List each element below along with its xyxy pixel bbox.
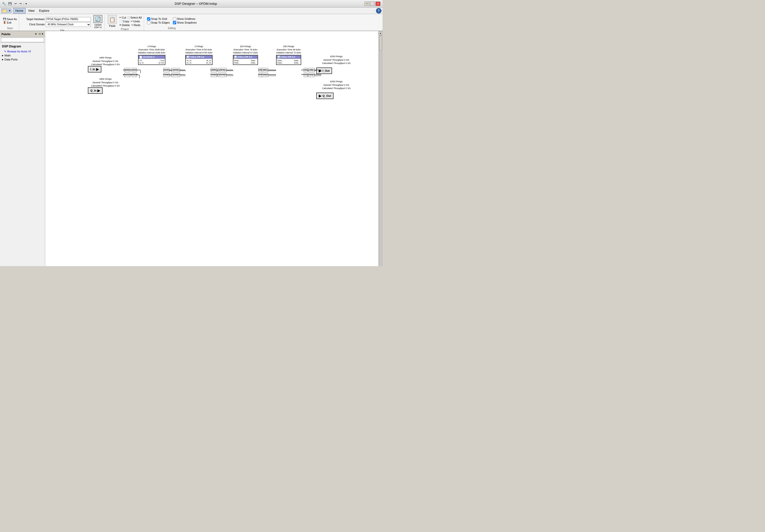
i-out-block[interactable]: ▶ I_Out (316, 68, 332, 74)
xilinx-fir3-ports-out: Data... Data... (284, 60, 300, 64)
menu-tab-explore[interactable]: Explore (37, 8, 51, 14)
wire-label-2576-1: -[2576]- (218, 68, 226, 72)
xilinx-fir2-block[interactable]: 📊 Xilinx FIR 5.0 Data... Data... Data...… (233, 55, 258, 65)
xilinx-fir3-block[interactable]: 📊 Xilinx FIR 5.0 Data... Data... Data...… (276, 55, 301, 65)
palette-browse-actor-vi[interactable]: ↳ Browse for Actor VI (0, 49, 45, 53)
zeropad-info: 3 Firings Execution Time 2048 ticks Init… (138, 45, 165, 54)
xilinx-fir3-container: 250 Firings Execution Time 96 ticks Init… (276, 45, 301, 65)
xilinx-fir1-title: 📊 Xilinx FIR 5.0 (186, 56, 212, 59)
ribbon-section-project: Target Hardware Clock Domain 40 MHz Onbo… (20, 15, 105, 31)
snap-to-edges-checkbox[interactable] (147, 21, 150, 24)
editing-section-content: 📋 Paste ✂ Cut ⬚ Select All 📄 (108, 15, 142, 27)
redo-button[interactable]: ↪ Redo (131, 24, 140, 27)
canvas[interactable]: 1800 Firings Desired Throughput 0 S/s Ca… (45, 31, 379, 266)
clock-domain-label: Clock Domain (22, 23, 45, 26)
q-out-label: Q_Out (323, 94, 331, 97)
copy-button[interactable]: 📄 Copy (119, 20, 129, 23)
menu-bar: 📁 ▼ Home View Explore ? (0, 8, 382, 14)
quick-access-arrow[interactable]: ▼ (25, 3, 27, 5)
i-in-block[interactable]: I_In ▶ (88, 66, 101, 73)
math-expand-icon: ▶ (2, 54, 4, 57)
exit-button[interactable]: Exit (7, 21, 11, 24)
palette-x-button[interactable]: ✕ (41, 33, 43, 35)
palette-content: DSP Diagram ↳ Browse for Actor VI ▶ Math… (0, 43, 45, 266)
select-all-button[interactable]: ⬚ Select All (128, 16, 142, 19)
wire-label-2560-2: 2560 (211, 73, 217, 77)
palette-search (0, 37, 45, 43)
palette: Palette ▼ ⊣ ✕ DSP Diagram ↳ Browse for A… (0, 31, 45, 266)
menu-dropdown-arrow[interactable]: ▼ (8, 9, 12, 13)
v-scroll-thumb[interactable] (379, 36, 382, 51)
quick-access-separator: | (23, 2, 24, 5)
i-out-calculated: Calculated Throughput 0 S/s (316, 62, 357, 65)
menu-tab-home[interactable]: Home (13, 8, 26, 14)
wire-label-2560-1: 2560 (211, 68, 217, 72)
ribbon-section-save: 💾 Save As 🚪 Exit Save (1, 15, 19, 31)
delete-label: Delete (122, 24, 130, 27)
minimize-button[interactable]: ─ (365, 2, 370, 6)
alignment-section-label: Editing (168, 27, 176, 30)
q-out-desired: Desired Throughput 0 S/s (316, 84, 357, 87)
v-scroll-up[interactable]: ▲ (379, 31, 382, 35)
undo-button[interactable]: ↩ Undo (131, 20, 140, 23)
wire-label-25-4: 25 (304, 73, 308, 77)
main-area: Palette ▼ ⊣ ✕ DSP Diagram ↳ Browse for A… (0, 31, 382, 266)
xilinx-fir1-container: 3 Firings Execution Time 6793 ticks Init… (185, 45, 213, 65)
palette-pin-button[interactable]: ▼ (35, 33, 37, 35)
q-in-arrow: ▶ (97, 89, 100, 93)
undo-label: Undo (133, 20, 140, 23)
alignment-checkboxes: Snap To Grid Show Gridlines Snap To Edge… (147, 17, 197, 24)
wire-label-56-1: -[56]- (262, 68, 268, 72)
xilinx-fir3-title: 📊 Xilinx FIR 5.0 (277, 56, 301, 59)
close-button[interactable]: ✕ (376, 2, 381, 6)
q-out-firings: 6250 Firings (316, 80, 357, 84)
q-out-arrow: ▶ (319, 94, 322, 98)
q-in-block[interactable]: Q_In ▶ (88, 87, 103, 94)
file-icon: 📁 (1, 8, 7, 13)
palette-search-input[interactable] (1, 38, 44, 42)
v-scrollbar[interactable]: ▲ ▼ (379, 31, 382, 266)
q-out-block[interactable]: ▶ Q_Out (316, 93, 334, 99)
q-in-desired: Desired Throughput 0 S/s (88, 81, 123, 85)
quick-access-save[interactable]: 💾 (7, 1, 13, 6)
i-out-firings: 6250 Firings (316, 55, 357, 59)
clock-domain-row: Clock Domain 40 MHz Onboard Clock (22, 22, 91, 27)
q-in-label: Q_In (90, 89, 96, 92)
show-gridlines-checkbox[interactable] (173, 17, 176, 21)
i-in-desired: Desired Throughput 0 S/s (88, 60, 123, 63)
menu-tab-view[interactable]: View (26, 8, 37, 14)
ribbon: 💾 Save As 🚪 Exit Save Target Hardware Cl… (0, 14, 382, 31)
arrow-icon: ↳ (4, 50, 6, 53)
paste-button[interactable]: Paste (109, 25, 116, 27)
zeropad-ports-out: I Out Q-Out (145, 60, 164, 64)
data-ports-label: Data Ports (5, 58, 18, 61)
redo-label: Redo (134, 24, 140, 27)
delete-button[interactable]: ✕ Delete (119, 24, 130, 27)
xilinx-fir1-block[interactable]: 📊 Xilinx FIR 5.0 xn_re xn_re xk_re xk_im (185, 55, 213, 65)
clock-domain-select[interactable]: 40 MHz Onboard Clock (46, 22, 91, 27)
v-scroll-track[interactable] (379, 35, 382, 266)
zeropad-block[interactable]: 📄 ZeroPad.vi I In Q_In I Out Q-Out (138, 55, 165, 65)
palette-close-button[interactable]: ⊣ (38, 33, 40, 35)
zeropad-title: 📄 ZeroPad.vi (139, 56, 165, 59)
xilinx-fir2-container: 320 Firings Execution Time 76 ticks Init… (233, 45, 258, 65)
palette-category-math[interactable]: ▶ Math (0, 53, 45, 58)
target-hardware-input[interactable] (46, 17, 91, 22)
restore-button[interactable]: ⬜ (370, 2, 375, 6)
cut-button[interactable]: ✂ Cut (119, 16, 126, 19)
target-hardware-row: Target Hardware (22, 17, 91, 22)
help-button[interactable]: ? (376, 8, 382, 14)
browse-actor-label: Browse for Actor VI (7, 50, 31, 53)
update-dsp-vi-button[interactable]: UpdateDSP VI (94, 24, 102, 29)
wire-label-600-1: [600] (124, 68, 130, 72)
wire-label-25-5: -[25]- (308, 68, 315, 72)
select-all-label: Select All (130, 16, 142, 19)
show-snaplines-checkbox[interactable] (173, 21, 176, 24)
quick-access-undo[interactable]: ↩ (14, 2, 18, 6)
app-icon: 🔧 (2, 2, 6, 6)
project-section-content: Target Hardware Clock Domain 40 MHz Onbo… (22, 15, 102, 29)
snap-to-grid-checkbox[interactable] (147, 17, 150, 21)
palette-category-data-ports[interactable]: ▶ Data Ports (0, 58, 45, 62)
quick-access-redo[interactable]: ↪ (19, 2, 22, 6)
save-button[interactable]: Save As (7, 18, 17, 21)
